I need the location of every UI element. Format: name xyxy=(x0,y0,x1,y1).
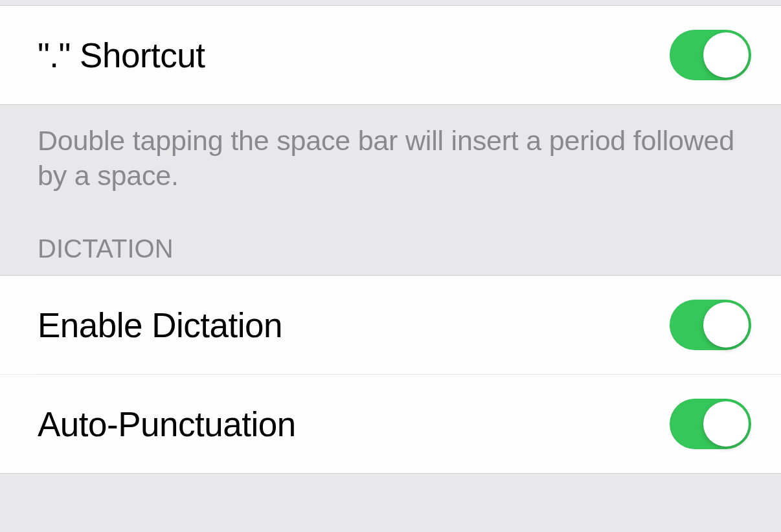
dictation-section-header: DICTATION xyxy=(0,234,781,275)
period-shortcut-label: "." Shortcut xyxy=(38,36,205,75)
auto-punctuation-toggle[interactable] xyxy=(670,399,751,449)
toggle-knob xyxy=(703,302,749,348)
spacer xyxy=(0,193,781,234)
auto-punctuation-label: Auto-Punctuation xyxy=(38,405,296,444)
settings-screen: "." Shortcut Double tapping the space ba… xyxy=(0,5,781,532)
enable-dictation-label: Enable Dictation xyxy=(38,305,282,345)
shortcut-footer-text: Double tapping the space bar will insert… xyxy=(38,123,743,193)
period-shortcut-row[interactable]: "." Shortcut xyxy=(0,6,781,104)
enable-dictation-toggle[interactable] xyxy=(670,300,751,350)
auto-punctuation-row[interactable]: Auto-Punctuation xyxy=(0,375,781,473)
enable-dictation-row[interactable]: Enable Dictation xyxy=(0,276,781,374)
period-shortcut-toggle[interactable] xyxy=(670,30,751,80)
dictation-bottom-divider xyxy=(0,473,781,474)
toggle-knob xyxy=(703,401,749,447)
shortcut-footer: Double tapping the space bar will insert… xyxy=(0,105,781,193)
toggle-knob xyxy=(703,32,749,78)
